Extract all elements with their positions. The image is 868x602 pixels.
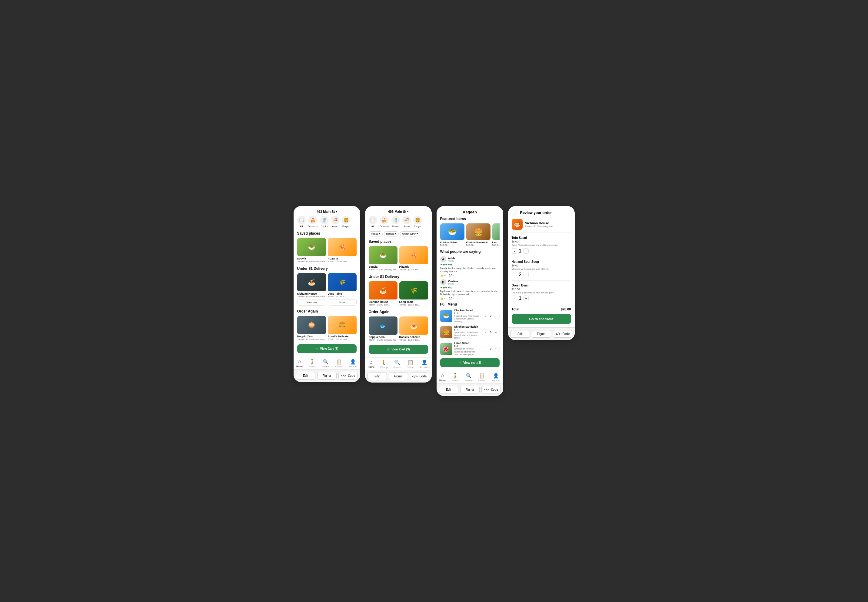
doppio-card-2[interactable]: 🐟 Doppio Zero 25min · $1.99 delivery fee (369, 316, 398, 341)
nav-search-3[interactable]: 🔍 Search (465, 373, 472, 382)
nav-account-3[interactable]: 👤 Account (491, 373, 500, 382)
checkout-btn-4[interactable]: Go to checkout (512, 314, 571, 324)
chicken-salad-minus-3[interactable]: - (484, 314, 488, 318)
code-btn-2[interactable]: </> Code (410, 373, 429, 380)
filter-under30-2[interactable]: Under 30min ▾ (400, 231, 421, 236)
lamb-plus-3[interactable]: + (494, 347, 498, 351)
nav-account-2[interactable]: 👤 Account (420, 359, 429, 369)
rossi-card-2[interactable]: 🍝 Rossi's Delicate 25min · $1.99 deli... (399, 316, 428, 341)
nav-home-3[interactable]: ⌂ Home (439, 373, 446, 382)
category-desserts-1[interactable]: 🍰 Desserts (308, 216, 318, 228)
rossi-card-1[interactable]: 🍔 Rossi's Delicate 25min · $1.99 deli... (328, 316, 357, 341)
back-btn-4[interactable]: ← (512, 210, 518, 216)
nav-account-1[interactable]: 👤 Account (348, 359, 357, 368)
rossi-img-2: 🍝 (399, 316, 428, 335)
soup-minus-4[interactable]: - (512, 272, 517, 277)
filter-pickup-2[interactable]: Pickup ▾ (369, 231, 383, 236)
reviews-title-3: What people are saying (440, 249, 500, 254)
nav-pickup-1[interactable]: 🚶 Pickup (309, 359, 316, 368)
souvla-name-2: Souvla (369, 265, 398, 268)
nav-orders-1[interactable]: 📋 Orders (335, 359, 343, 368)
category-label-desserts-2: Desserts (380, 225, 389, 228)
kristine-review-actions-3: 👍 23 💬 1 (440, 297, 500, 300)
souvla-meta-1: 20min · $0.99 delivery fee (297, 260, 326, 263)
category-desserts-2[interactable]: 🍰 Desserts (380, 216, 389, 228)
chicken-salad-plus-3[interactable]: + (494, 314, 498, 318)
category-drinks-1[interactable]: 🥤 Drinks (320, 216, 328, 228)
kristine-comments-3[interactable]: 💬 1 (449, 297, 454, 300)
featured-chicken-sandwich-3[interactable]: 🍔 Chicken Sandwich $16.00 (466, 223, 490, 246)
figma-btn-1[interactable]: Figma (317, 372, 337, 379)
menu-chicken-salad-name-3: Chicken Salad (454, 309, 480, 312)
greenbean-qty-val-4: 1 (519, 296, 522, 301)
featured-chicken-salad-3[interactable]: 🥗 Chicken Salad $17.00 (440, 223, 464, 246)
nav-search-1[interactable]: 🔍 Search (322, 359, 329, 368)
kristine-likes-3[interactable]: 👍 23 (440, 297, 447, 300)
account-icon-1: 👤 (350, 359, 356, 365)
tofu-qty-4: - 1 + (512, 248, 529, 254)
menu-chicken-sandwich-info-3: Chicken Sandwich $16 Spit roasted Chicke… (454, 325, 480, 339)
back-icon-4: ← (513, 211, 516, 215)
nav-pickup-2[interactable]: 🚶 Pickup (380, 359, 387, 369)
soup-plus-4[interactable]: + (523, 272, 529, 277)
figma-btn-3[interactable]: Figma (460, 386, 479, 393)
edit-btn-4[interactable]: Edit (510, 330, 530, 338)
view-cart-btn-2[interactable]: 🛒 View Cart (3) (369, 345, 428, 354)
tofu-minus-4[interactable]: - (512, 248, 517, 254)
place-pizzaria-2[interactable]: 🍕 Pizzaria 20min · $1.99 deli... (399, 246, 428, 271)
place-souvla-2[interactable]: 🥗 Souvla 20min · $0.99 delivery fee (369, 246, 398, 271)
category-asian-2[interactable]: 🍜 Asian (402, 216, 411, 228)
nav-home-2[interactable]: ⌂ Home (368, 359, 375, 369)
category-all-1[interactable]: 🍽️ All (297, 216, 306, 228)
edit-btn-2[interactable]: Edit (367, 373, 387, 380)
souvla-meta-2: 20min · $0.99 delivery fee (369, 268, 398, 271)
code-btn-3[interactable]: </> Code (481, 386, 501, 393)
adele-likes-3[interactable]: 👍 12 (440, 274, 447, 277)
edit-btn-1[interactable]: Edit (296, 372, 315, 379)
longtable-card-1[interactable]: 🌾 Long Table 25min · $0.99 d... Order (328, 273, 357, 306)
cart-icon-1: 🛒 (315, 347, 319, 350)
chicken-sandwich-plus-3[interactable]: + (494, 330, 498, 334)
phone-card-4: ← Review your order 🍜 Sichuan House 25mi… (508, 206, 575, 340)
menu-lamb-desc-3: Spit-roasted Thomas Farms leg of lamb wi… (454, 347, 480, 356)
nav-orders-2[interactable]: 📋 Orders (407, 359, 414, 369)
address-bar-2: 493 Main St ▾ (369, 210, 428, 213)
nav-pickup-3[interactable]: 🚶 Pickup (452, 373, 459, 382)
code-btn-1[interactable]: </> Code (338, 372, 358, 379)
category-icon-all-2: 🍽️ (369, 216, 377, 224)
place-souvla-1[interactable]: 🥗 Souvla 20min · $0.99 delivery fee (297, 238, 326, 263)
longtable-card-2[interactable]: 🌾 Long Table 25min · $0.99 deli... (399, 281, 428, 306)
kristine-avatar-3: K (440, 279, 446, 285)
nav-search-2[interactable]: 🔍 Search (393, 359, 401, 369)
category-burger-2[interactable]: 🍔 Burger (413, 216, 422, 228)
chicken-sandwich-minus-3[interactable]: - (484, 330, 488, 334)
figma-btn-2[interactable]: Figma (389, 373, 408, 380)
nav-orders-3[interactable]: 📋 Orders (478, 373, 486, 382)
code-btn-4[interactable]: </> Code (553, 330, 572, 338)
view-cart-btn-1[interactable]: 🛒 View Cart (3) (297, 344, 357, 353)
order-now-btn-1[interactable]: Order now (297, 299, 326, 306)
category-icon-asian-1: 🍜 (331, 216, 339, 224)
greenbean-plus-4[interactable]: + (523, 296, 529, 301)
view-cart-btn-3[interactable]: 🛒 View cart (3) (440, 358, 500, 367)
tofu-plus-4[interactable]: + (523, 248, 529, 254)
category-asian-1[interactable]: 🍜 Asian (331, 216, 339, 228)
greenbean-minus-4[interactable]: - (512, 296, 517, 301)
home-label-2: Home (368, 366, 375, 368)
sichuan-card-1[interactable]: 🍝 Sichuan House 25min · $0.99 delivery f… (297, 273, 326, 306)
nav-home-1[interactable]: ⌂ Home (296, 359, 303, 368)
category-all-2[interactable]: 🍽️ All (369, 216, 377, 228)
filter-ratings-2[interactable]: Ratings ▾ (384, 231, 399, 236)
doppio-card-1[interactable]: 🧅 Doppio Zero 25min · $1.99 delivery fee (297, 316, 326, 341)
figma-btn-4[interactable]: Figma (532, 330, 551, 338)
souvla-img-1: 🥗 (297, 238, 326, 256)
order-btn-longtable-1[interactable]: Order (328, 299, 357, 306)
sichuan-card-2[interactable]: 🍝 Sichuan House 25min · $0.99 deli... (369, 281, 398, 306)
lamb-minus-3[interactable]: - (484, 347, 488, 351)
category-drinks-2[interactable]: 🥤 Drinks (392, 216, 400, 228)
place-pizzaria-1[interactable]: 🍕 Pizzaria 20min · $1.99 deli... (328, 238, 357, 263)
featured-lamb-3[interactable]: 🥩 Lam... $18.0... (492, 223, 500, 246)
adele-comments-3[interactable]: 💬 2 (449, 274, 454, 277)
edit-btn-3[interactable]: Edit (439, 386, 458, 393)
category-burger-1[interactable]: 🍔 Burger (342, 216, 350, 228)
